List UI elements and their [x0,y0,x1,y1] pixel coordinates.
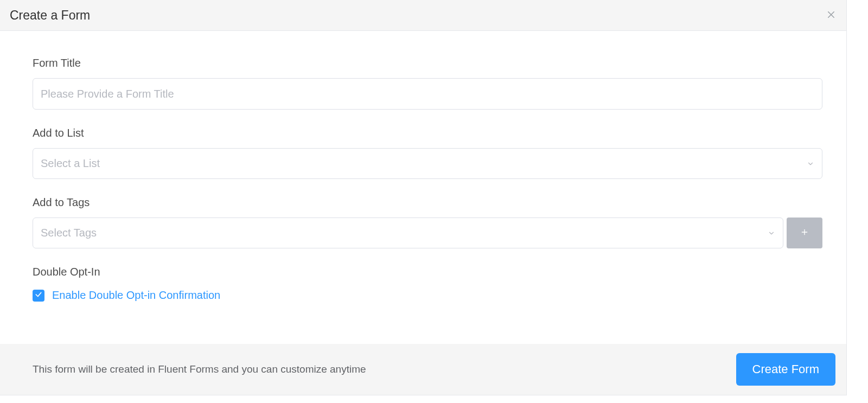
tags-select[interactable]: Select Tags [33,218,783,248]
form-title-label: Form Title [33,57,822,69]
create-form-button-label: Create Form [752,362,819,376]
form-title-group: Form Title [33,57,822,110]
add-tag-button[interactable] [787,218,822,248]
modal-header: Create a Form [0,0,846,31]
close-button[interactable] [826,10,837,21]
modal-body: Form Title Add to List Select a List Add… [0,31,846,344]
enable-double-optin-checkbox[interactable] [33,290,44,302]
tags-select-placeholder: Select Tags [41,227,97,239]
enable-double-optin-label[interactable]: Enable Double Opt-in Confirmation [52,289,220,302]
list-select-placeholder: Select a List [41,157,100,170]
form-title-input[interactable] [33,78,822,110]
modal-title: Create a Form [10,8,90,23]
add-to-list-label: Add to List [33,127,822,139]
enable-double-optin-row[interactable]: Enable Double Opt-in Confirmation [33,289,822,302]
double-optin-label: Double Opt-In [33,266,822,278]
list-select[interactable]: Select a List [33,148,822,179]
create-form-modal: Create a Form Form Title Add to List Sel… [0,0,847,395]
chevron-down-icon [768,229,775,237]
double-optin-group: Double Opt-In Enable Double Opt-in Confi… [33,266,822,302]
close-icon [826,10,836,22]
add-to-list-group: Add to List Select a List [33,127,822,179]
footer-note: This form will be created in Fluent Form… [33,363,366,375]
create-form-button[interactable]: Create Form [736,353,835,386]
plus-icon [800,228,809,239]
modal-footer: This form will be created in Fluent Form… [0,344,846,395]
check-icon [35,291,42,300]
chevron-down-icon [807,160,814,168]
add-to-tags-group: Add to Tags Select Tags [33,196,822,248]
add-to-tags-label: Add to Tags [33,196,822,209]
